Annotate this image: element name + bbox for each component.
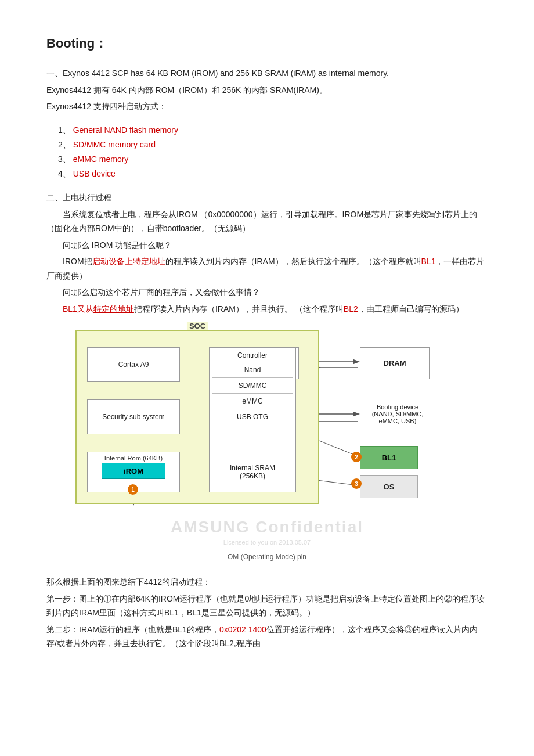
section2-para1: 当系统复位或者上电，程序会从IROM （0x00000000）运行，引导加载程序… xyxy=(46,207,488,236)
watermark-date: Licensed to you on 2013.05.07 xyxy=(223,539,311,546)
section2-para2-mid: 的程序读入到片内内存（IRAM），然后执行这个程序。（这个程序就叫 xyxy=(165,257,421,266)
irom-outer-label: Internal Rom (64KB) xyxy=(88,452,179,463)
section2-para2-pre: IROM把 xyxy=(63,257,92,266)
nand-label: Nand xyxy=(210,362,295,377)
os-box: OS xyxy=(360,475,418,498)
irom-inner-box: iROM xyxy=(102,463,165,479)
boot-mode-1-num: 1、 xyxy=(58,125,71,135)
boot-mode-3-num: 3、 xyxy=(58,154,71,164)
step2-pre: 第二步：IRAM运行的程序（也就是BL1的程序， xyxy=(46,625,219,634)
section1-line1: 一、Exynos 4412 SCP has 64 KB ROM (iROM) a… xyxy=(46,66,488,81)
para3-mid: 把程序读入片内内存（IRAM），并且执行。 （这个程序叫 xyxy=(134,304,344,314)
page-title: Booting： xyxy=(46,35,488,52)
section2-q2: 问:那么启动这个芯片厂商的程序后，又会做什么事情？ xyxy=(46,285,488,300)
booting-device-label: Booting device(NAND, SD/MMC,eMMC, USB) xyxy=(372,404,424,424)
boot-modes-list: 1、 General NAND flash memory 2、 SD/MMC m… xyxy=(58,123,488,182)
section3-step1: 第一步：图上的①在内部64K的IROM运行程序（也就是0地址运行程序）功能是把启… xyxy=(46,592,488,620)
section1-line3: Exynos4412 支持四种启动方式： xyxy=(46,99,488,114)
section2-para3: BL1又从特定的地址把程序读入片内内存（IRAM），并且执行。 （这个程序叫BL… xyxy=(46,302,488,316)
bl1-label: BL1 xyxy=(382,453,396,462)
section-2: 二、上电执行过程 当系统复位或者上电，程序会从IROM （0x00000000）… xyxy=(46,190,488,316)
boot-mode-1-text: General NAND flash memory xyxy=(73,125,178,135)
cortex-label: Cortax A9 xyxy=(118,361,149,369)
section2-para2-link2: BL1 xyxy=(421,257,436,266)
security-label: Security sub system xyxy=(102,413,164,421)
section-3: 那么根据上面的图来总结下4412的启动过程： 第一步：图上的①在内部64K的IR… xyxy=(46,575,488,651)
usbotg-label: USB OTG xyxy=(210,409,295,424)
section2-para2-link1: 启动设备上特定地址 xyxy=(92,257,165,266)
section3-step2: 第二步：IRAM运行的程序（也就是BL1的程序，0x0202 1400位置开始运… xyxy=(46,622,488,651)
section-1: 一、Exynos 4412 SCP has 64 KB ROM (iROM) a… xyxy=(46,66,488,114)
emmc-label: eMMC xyxy=(210,394,295,409)
section2-q1: 问:那么 IROM 功能是什么呢？ xyxy=(46,238,488,253)
boot-mode-4: 4、 USB device xyxy=(58,167,488,181)
boot-mode-3-text: eMMC memory xyxy=(73,154,129,164)
section2-title: 二、上电执行过程 xyxy=(46,190,488,205)
para3-link1: 特定的地址 xyxy=(93,304,134,314)
boot-mode-4-num: 4、 xyxy=(58,169,71,178)
boot-mode-3: 3、 eMMC memory xyxy=(58,152,488,167)
boot-mode-2: 2、 SD/MMC memory card xyxy=(58,138,488,152)
boot-mode-1: 1、 General NAND flash memory xyxy=(58,123,488,138)
sram-box: Internal SRAM(256KB) xyxy=(209,452,296,492)
section1-line2: Exynos4412 拥有 64K 的内部 ROM（IROM）和 256K 的内… xyxy=(46,83,488,98)
os-label: OS xyxy=(384,483,395,491)
om-label: OM (Operating Mode) pin xyxy=(228,553,306,561)
section2-para2: IROM把启动设备上特定地址的程序读入到片内内存（IRAM），然后执行这个程序。… xyxy=(46,254,488,283)
sdmmc-label: SD/MMC xyxy=(210,378,295,393)
soc-diagram: SOC DramController Cortax A9 Security su… xyxy=(75,330,459,516)
irom-label: iROM xyxy=(124,467,143,476)
step2-addr: 0x0202 1400 xyxy=(219,625,266,634)
dram-box: DRAM xyxy=(360,347,430,379)
watermark-text: AMSUNG Confidential xyxy=(171,518,363,537)
cortex-box: Cortax A9 xyxy=(87,347,180,382)
para3-pre: BL1又从 xyxy=(63,304,93,314)
soc-label: SOC xyxy=(187,322,208,330)
dram-label: DRAM xyxy=(384,359,406,368)
boot-mode-4-text: USB device xyxy=(73,169,116,178)
boot-mode-2-text: SD/MMC memory card xyxy=(73,140,156,149)
para3-post: ，由工程师自己编写的源码） xyxy=(358,304,464,314)
boot-mode-2-num: 2、 xyxy=(58,140,71,149)
sram-label: Internal SRAM(256KB) xyxy=(230,464,275,480)
controller-label: Controller xyxy=(210,348,295,362)
section3-intro: 那么根据上面的图来总结下4412的启动过程： xyxy=(46,575,488,589)
booting-device-box: Booting device(NAND, SD/MMC,eMMC, USB) xyxy=(360,394,435,434)
para3-link2: BL2 xyxy=(344,304,358,314)
diagram-container: SOC DramController Cortax A9 Security su… xyxy=(46,330,488,561)
security-box: Security sub system xyxy=(87,399,180,434)
bl1-box: BL1 xyxy=(360,446,418,469)
